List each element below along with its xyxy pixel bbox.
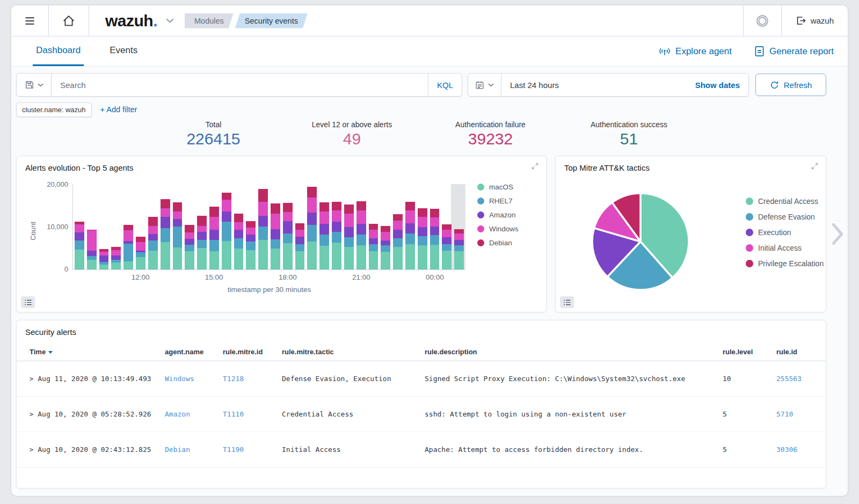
- next-panel-chevron-icon[interactable]: [831, 222, 845, 246]
- legend-item-Execution[interactable]: Execution: [746, 228, 824, 237]
- row-expand-icon[interactable]: >: [30, 375, 33, 383]
- legend-item-Privilege Escalation[interactable]: Privilege Escalation: [746, 259, 824, 268]
- legend-dot: [477, 239, 484, 246]
- column-header-rule-level[interactable]: rule.level: [723, 348, 776, 356]
- bar-19:00[interactable]: [307, 184, 317, 269]
- mitre-id-link[interactable]: T1218: [223, 375, 244, 383]
- bar-11:00[interactable]: [111, 184, 121, 269]
- rule-id-link[interactable]: 5710: [776, 410, 793, 418]
- save-icon: [25, 80, 34, 90]
- cell-rule-id: 30306: [776, 445, 826, 454]
- bar-23:00[interactable]: [405, 184, 415, 269]
- bar-12:00[interactable]: [136, 184, 145, 269]
- home-icon: [62, 14, 75, 27]
- bar-15:30[interactable]: [222, 184, 231, 269]
- bar-10:30[interactable]: [99, 184, 109, 269]
- bar-23:30[interactable]: [418, 184, 427, 269]
- bar-14:30[interactable]: [197, 184, 207, 269]
- bar-13:30[interactable]: [173, 184, 183, 269]
- bar-09:30[interactable]: [75, 184, 84, 269]
- saved-query-menu-button[interactable]: [16, 73, 52, 97]
- column-header-agent-name[interactable]: agent.name: [165, 348, 223, 356]
- agent-name-link[interactable]: Debian: [165, 445, 190, 454]
- bar-16:00[interactable]: [234, 184, 244, 269]
- user-menu-button[interactable]: wazuh: [782, 5, 848, 36]
- add-filter-button[interactable]: + Add filter: [100, 105, 137, 114]
- bar-11:30[interactable]: [123, 184, 133, 269]
- bar-17:00[interactable]: [258, 184, 268, 269]
- expand-icon[interactable]: [811, 162, 819, 170]
- bar-18:30[interactable]: [295, 184, 305, 269]
- legend-toggle-button[interactable]: [560, 296, 574, 308]
- table-row: >Aug 11, 2020 @ 10:13:49.493WindowsT1218…: [17, 361, 826, 397]
- breadcrumb-security-events[interactable]: Security events: [235, 13, 308, 28]
- kql-button[interactable]: KQL: [428, 74, 462, 96]
- bar-12:30[interactable]: [148, 184, 158, 269]
- user-name: wazuh: [811, 16, 834, 25]
- tab-dashboard[interactable]: Dashboard: [33, 36, 84, 66]
- bar-21:00[interactable]: [356, 184, 366, 269]
- stat-total-label: Total: [144, 120, 283, 129]
- stat-auth-failure: Authentication failure 39232: [421, 120, 560, 151]
- search-input[interactable]: [52, 74, 428, 96]
- mitre-id-link[interactable]: T1110: [223, 410, 244, 418]
- home-button[interactable]: [49, 5, 89, 36]
- bar-14:00[interactable]: [185, 184, 194, 269]
- cell-time: >Aug 10, 2020 @ 05:28:52.926: [30, 410, 165, 418]
- bar-18:00[interactable]: [283, 184, 293, 269]
- date-quick-menu-button[interactable]: [468, 74, 501, 96]
- breadcrumb-modules[interactable]: Modules: [185, 13, 234, 28]
- legend-item-RHEL7[interactable]: RHEL7: [477, 197, 547, 205]
- column-header-time[interactable]: Time: [30, 348, 165, 356]
- bar-15:00[interactable]: [209, 184, 219, 269]
- expand-icon[interactable]: [531, 162, 539, 170]
- bar-00:00[interactable]: [430, 184, 440, 269]
- legend-item-Windows[interactable]: Windows: [477, 225, 547, 233]
- cell-rule-id: 5710: [776, 410, 826, 418]
- row-expand-icon[interactable]: >: [30, 411, 33, 418]
- legend-item-Initial Access[interactable]: Initial Access: [746, 244, 824, 252]
- filter-pill-cluster-name[interactable]: cluster.name: wazuh: [16, 103, 92, 117]
- menu-button[interactable]: [11, 5, 48, 36]
- bar-17:30[interactable]: [271, 184, 280, 269]
- column-header-rule-id[interactable]: rule.id: [776, 348, 826, 356]
- bar-21:30[interactable]: [369, 184, 378, 269]
- bar-20:00[interactable]: [332, 184, 341, 269]
- bar-13:00[interactable]: [161, 184, 170, 269]
- legend-item-macOS[interactable]: macOS: [477, 183, 547, 191]
- legend-item-Credential Access[interactable]: Credential Access: [746, 197, 824, 206]
- bar-10:00[interactable]: [87, 184, 97, 269]
- refresh-button[interactable]: Refresh: [755, 74, 826, 96]
- legend-item-Debian[interactable]: Debian: [477, 239, 547, 247]
- rule-id-link[interactable]: 30306: [776, 445, 797, 454]
- rule-id-link[interactable]: 255563: [776, 375, 802, 383]
- mitre-pie-chart: [589, 191, 691, 293]
- legend-item-Defense Evasion[interactable]: Defense Evasion: [746, 213, 824, 221]
- mitre-id-link[interactable]: T1190: [223, 445, 244, 454]
- table-row: >Aug 10, 2020 @ 02:43:12.825DebianT1190I…: [17, 432, 826, 468]
- bar-16:30[interactable]: [246, 184, 256, 269]
- bar-01:00[interactable]: [454, 184, 464, 269]
- column-header-rule-description[interactable]: rule.description: [425, 348, 723, 356]
- time-range-label[interactable]: Last 24 hours: [501, 81, 567, 90]
- legend-item-Amazon[interactable]: Amazon: [477, 211, 547, 219]
- explore-agent-button[interactable]: Explore agent: [659, 46, 732, 57]
- agent-name-link[interactable]: Amazon: [165, 410, 190, 418]
- tab-events[interactable]: Events: [106, 36, 141, 66]
- time-value: Aug 10, 2020 @ 02:43:12.825: [38, 445, 151, 454]
- column-header-rule-mitre-id[interactable]: rule.mitre.id: [223, 348, 282, 356]
- bar-20:30[interactable]: [344, 184, 354, 269]
- show-dates-button[interactable]: Show dates: [695, 81, 748, 90]
- column-header-rule-mitre-tactic[interactable]: rule.mitre.tactic: [282, 348, 425, 356]
- legend-toggle-button[interactable]: [21, 296, 35, 308]
- bar-22:00[interactable]: [381, 184, 390, 269]
- agent-name-link[interactable]: Windows: [165, 375, 194, 383]
- bar-19:30[interactable]: [319, 184, 329, 269]
- bar-22:30[interactable]: [393, 184, 403, 269]
- generate-report-button[interactable]: Generate report: [754, 46, 834, 57]
- bar-00:30[interactable]: [442, 184, 452, 269]
- health-ring-button[interactable]: [744, 5, 781, 36]
- app-switcher-chevron-icon[interactable]: [166, 18, 174, 23]
- calendar-icon: [475, 81, 484, 90]
- row-expand-icon[interactable]: >: [30, 446, 33, 454]
